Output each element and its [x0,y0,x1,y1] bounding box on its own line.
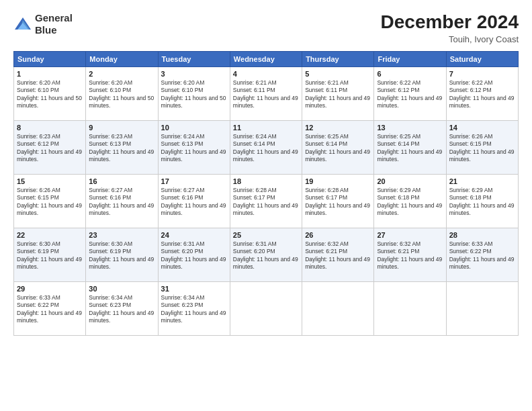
day-info: Sunrise: 6:34 AMSunset: 6:23 PMDaylight:… [89,294,154,325]
day-info: Sunrise: 6:27 AMSunset: 6:16 PMDaylight:… [161,187,227,218]
title-block: December 2024 Touih, Ivory Coast [381,12,519,44]
day-number: 1 [17,70,83,78]
table-row: 18 Sunrise: 6:28 AMSunset: 6:17 PMDaylig… [230,174,302,228]
day-info: Sunrise: 6:31 AMSunset: 6:20 PMDaylight:… [233,240,299,271]
empty-cell [230,281,302,335]
table-row: 30 Sunrise: 6:34 AMSunset: 6:23 PMDaylig… [86,281,158,335]
calendar-week-row: 1 Sunrise: 6:20 AMSunset: 6:10 PMDayligh… [14,66,519,120]
header-saturday: Saturday [446,51,518,66]
day-info: Sunrise: 6:22 AMSunset: 6:12 PMDaylight:… [449,79,515,110]
table-row: 21 Sunrise: 6:29 AMSunset: 6:18 PMDaylig… [446,174,518,228]
empty-cell [302,281,374,335]
header-wednesday: Wednesday [230,51,302,66]
day-info: Sunrise: 6:27 AMSunset: 6:16 PMDaylight:… [89,187,154,218]
day-info: Sunrise: 6:26 AMSunset: 6:15 PMDaylight:… [449,133,515,164]
table-row: 20 Sunrise: 6:29 AMSunset: 6:18 PMDaylig… [374,174,446,228]
table-row: 11 Sunrise: 6:24 AMSunset: 6:14 PMDaylig… [230,120,302,174]
day-number: 20 [377,177,443,185]
table-row: 23 Sunrise: 6:30 AMSunset: 6:19 PMDaylig… [86,228,158,281]
logo-text: General Blue [35,12,73,36]
day-info: Sunrise: 6:31 AMSunset: 6:20 PMDaylight:… [161,240,227,271]
day-info: Sunrise: 6:21 AMSunset: 6:11 PMDaylight:… [233,79,299,110]
table-row: 14 Sunrise: 6:26 AMSunset: 6:15 PMDaylig… [446,120,518,174]
table-row: 27 Sunrise: 6:32 AMSunset: 6:21 PMDaylig… [374,228,446,281]
table-row: 8 Sunrise: 6:23 AMSunset: 6:12 PMDayligh… [14,120,86,174]
table-row: 19 Sunrise: 6:28 AMSunset: 6:17 PMDaylig… [302,174,374,228]
table-row: 26 Sunrise: 6:32 AMSunset: 6:21 PMDaylig… [302,228,374,281]
day-info: Sunrise: 6:20 AMSunset: 6:10 PMDaylight:… [17,79,83,110]
day-info: Sunrise: 6:30 AMSunset: 6:19 PMDaylight:… [17,240,83,271]
day-info: Sunrise: 6:28 AMSunset: 6:17 PMDaylight:… [233,187,299,218]
table-row: 12 Sunrise: 6:25 AMSunset: 6:14 PMDaylig… [302,120,374,174]
day-number: 11 [233,124,299,132]
table-row: 22 Sunrise: 6:30 AMSunset: 6:19 PMDaylig… [14,228,86,281]
table-row: 17 Sunrise: 6:27 AMSunset: 6:16 PMDaylig… [158,174,230,228]
calendar-week-row: 29 Sunrise: 6:33 AMSunset: 6:22 PMDaylig… [14,281,519,335]
header-monday: Monday [86,51,158,66]
logo-line2: Blue [35,24,73,36]
day-number: 30 [89,285,154,293]
table-row: 1 Sunrise: 6:20 AMSunset: 6:10 PMDayligh… [14,66,86,120]
empty-cell [374,281,446,335]
table-row: 25 Sunrise: 6:31 AMSunset: 6:20 PMDaylig… [230,228,302,281]
day-info: Sunrise: 6:29 AMSunset: 6:18 PMDaylight:… [377,187,443,218]
day-number: 16 [89,177,154,185]
day-info: Sunrise: 6:34 AMSunset: 6:23 PMDaylight:… [161,294,227,325]
day-number: 29 [17,285,83,293]
day-info: Sunrise: 6:25 AMSunset: 6:14 PMDaylight:… [377,133,443,164]
table-row: 15 Sunrise: 6:26 AMSunset: 6:15 PMDaylig… [14,174,86,228]
day-number: 27 [377,231,443,239]
day-info: Sunrise: 6:21 AMSunset: 6:11 PMDaylight:… [305,79,371,110]
table-row: 4 Sunrise: 6:21 AMSunset: 6:11 PMDayligh… [230,66,302,120]
table-row: 16 Sunrise: 6:27 AMSunset: 6:16 PMDaylig… [86,174,158,228]
day-number: 12 [305,124,371,132]
day-number: 21 [449,177,515,185]
day-number: 23 [89,231,154,239]
day-number: 6 [377,70,443,78]
header-friday: Friday [374,51,446,66]
table-row: 10 Sunrise: 6:24 AMSunset: 6:13 PMDaylig… [158,120,230,174]
day-number: 26 [305,231,371,239]
header-sunday: Sunday [14,51,86,66]
empty-cell [446,281,518,335]
table-row: 6 Sunrise: 6:22 AMSunset: 6:12 PMDayligh… [374,66,446,120]
day-info: Sunrise: 6:30 AMSunset: 6:19 PMDaylight:… [89,240,154,271]
day-number: 28 [449,231,515,239]
table-row: 9 Sunrise: 6:23 AMSunset: 6:13 PMDayligh… [86,120,158,174]
day-info: Sunrise: 6:28 AMSunset: 6:17 PMDaylight:… [305,187,371,218]
table-row: 31 Sunrise: 6:34 AMSunset: 6:23 PMDaylig… [158,281,230,335]
location: Touih, Ivory Coast [381,34,519,44]
day-info: Sunrise: 6:23 AMSunset: 6:12 PMDaylight:… [17,133,83,164]
table-row: 29 Sunrise: 6:33 AMSunset: 6:22 PMDaylig… [14,281,86,335]
page: General Blue December 2024 Touih, Ivory … [0,0,532,411]
day-number: 10 [161,124,227,132]
day-number: 14 [449,124,515,132]
day-info: Sunrise: 6:33 AMSunset: 6:22 PMDaylight:… [17,294,83,325]
day-info: Sunrise: 6:29 AMSunset: 6:18 PMDaylight:… [449,187,515,218]
day-number: 4 [233,70,299,78]
logo-icon [13,15,32,34]
day-number: 31 [161,285,227,293]
day-number: 7 [449,70,515,78]
table-row: 7 Sunrise: 6:22 AMSunset: 6:12 PMDayligh… [446,66,518,120]
day-number: 19 [305,177,371,185]
header-tuesday: Tuesday [158,51,230,66]
calendar-week-row: 15 Sunrise: 6:26 AMSunset: 6:15 PMDaylig… [14,174,519,228]
calendar-header-row: Sunday Monday Tuesday Wednesday Thursday… [14,51,519,66]
day-info: Sunrise: 6:24 AMSunset: 6:14 PMDaylight:… [233,133,299,164]
day-info: Sunrise: 6:20 AMSunset: 6:10 PMDaylight:… [89,79,154,110]
header-thursday: Thursday [302,51,374,66]
table-row: 24 Sunrise: 6:31 AMSunset: 6:20 PMDaylig… [158,228,230,281]
day-number: 9 [89,124,154,132]
calendar-week-row: 22 Sunrise: 6:30 AMSunset: 6:19 PMDaylig… [14,228,519,281]
day-info: Sunrise: 6:20 AMSunset: 6:10 PMDaylight:… [161,79,227,110]
calendar: Sunday Monday Tuesday Wednesday Thursday… [13,51,519,336]
day-info: Sunrise: 6:23 AMSunset: 6:13 PMDaylight:… [89,133,154,164]
day-info: Sunrise: 6:22 AMSunset: 6:12 PMDaylight:… [377,79,443,110]
table-row: 2 Sunrise: 6:20 AMSunset: 6:10 PMDayligh… [86,66,158,120]
table-row: 28 Sunrise: 6:33 AMSunset: 6:22 PMDaylig… [446,228,518,281]
day-number: 25 [233,231,299,239]
day-number: 3 [161,70,227,78]
table-row: 13 Sunrise: 6:25 AMSunset: 6:14 PMDaylig… [374,120,446,174]
table-row: 3 Sunrise: 6:20 AMSunset: 6:10 PMDayligh… [158,66,230,120]
